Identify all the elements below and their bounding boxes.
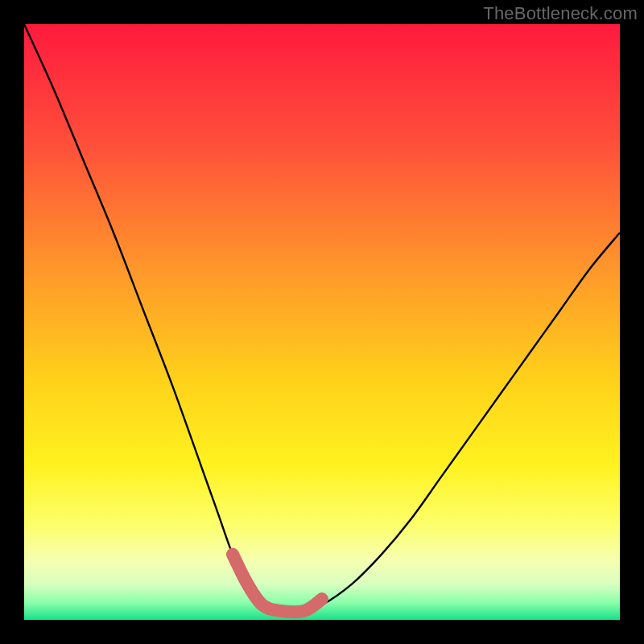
- watermark-text: TheBottleneck.com: [483, 3, 638, 24]
- chart-frame: TheBottleneck.com: [0, 0, 644, 644]
- gradient-background: [24, 24, 620, 620]
- bottleneck-chart-svg: [24, 24, 620, 620]
- plot-area: [24, 24, 620, 620]
